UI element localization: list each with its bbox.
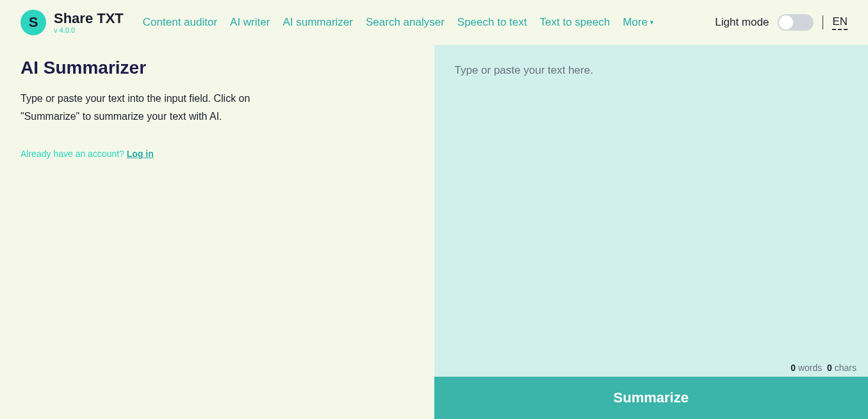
page-description: Type or paste your text into the input f… xyxy=(20,90,290,126)
char-count-value: 0 xyxy=(827,363,832,373)
nav-more-label: More xyxy=(623,16,648,29)
divider xyxy=(823,15,823,29)
nav-text-to-speech[interactable]: Text to speech xyxy=(540,16,610,29)
main-nav: Content auditor AI writer AI summarizer … xyxy=(143,16,715,29)
language-selector[interactable]: EN xyxy=(832,15,848,30)
nav-ai-summarizer[interactable]: AI summarizer xyxy=(283,16,353,29)
summarize-button[interactable]: Summarize xyxy=(434,377,869,419)
chevron-down-icon: ▼ xyxy=(649,19,655,26)
words-label: words xyxy=(796,363,822,373)
chars-label: chars xyxy=(832,363,856,373)
version-label: v 4.0.0 xyxy=(54,26,124,34)
page-title: AI Summarizer xyxy=(20,58,414,78)
account-prompt: Already have an account? Log in xyxy=(20,149,414,159)
login-link[interactable]: Log in xyxy=(127,149,154,159)
nav-search-analyser[interactable]: Search analyser xyxy=(366,16,445,29)
char-word-stats: 0 words 0 chars xyxy=(790,363,856,373)
nav-content-auditor[interactable]: Content auditor xyxy=(143,16,217,29)
nav-more-dropdown[interactable]: More ▼ xyxy=(623,16,655,29)
theme-mode-label: Light mode xyxy=(715,16,769,29)
account-prompt-text: Already have an account? xyxy=(20,149,127,159)
nav-speech-to-text[interactable]: Speech to text xyxy=(457,16,527,29)
toggle-handle xyxy=(779,15,793,29)
word-count-value: 0 xyxy=(790,363,796,373)
text-input[interactable] xyxy=(434,45,869,377)
logo-section[interactable]: S Share TXT v 4.0.0 xyxy=(20,10,124,35)
nav-ai-writer[interactable]: AI writer xyxy=(230,16,270,29)
app-name: Share TXT xyxy=(54,11,124,26)
theme-toggle[interactable] xyxy=(778,14,814,31)
logo-icon: S xyxy=(20,10,46,35)
